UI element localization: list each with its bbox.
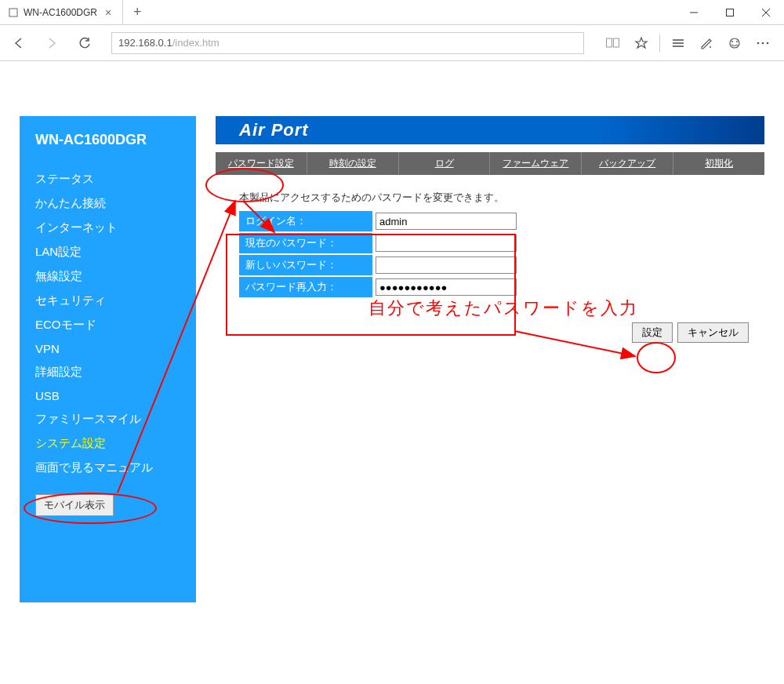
svg-rect-6 (614, 38, 619, 47)
tab-1[interactable]: 時刻の設定 (307, 152, 399, 175)
sidebar-item-6[interactable]: ECOモード (35, 313, 196, 337)
forward-button[interactable] (41, 32, 63, 54)
form-label-0: ログイン名： (239, 211, 372, 233)
form-description: 本製品にアクセスするためのパスワードを変更できます。 (239, 191, 764, 205)
form-label-2: 新しいパスワード： (239, 255, 372, 277)
tab-5[interactable]: 初期化 (673, 152, 764, 175)
banner: Air Port (216, 116, 764, 144)
sidebar-item-0[interactable]: ステータス (35, 167, 196, 191)
tab-bar: パスワード設定時刻の設定ログファームウェアバックアップ初期化 (216, 152, 764, 175)
form-label-1: 現在のパスワード： (239, 233, 372, 255)
sidebar-item-3[interactable]: LAN設定 (35, 240, 196, 264)
back-button[interactable] (8, 32, 30, 54)
refresh-button[interactable] (74, 32, 96, 54)
favorite-icon[interactable] (628, 31, 655, 55)
browser-titlebar: WN-AC1600DGR × + (0, 0, 784, 25)
sidebar: WN-AC1600DGR ステータスかんたん接続インターネットLAN設定無線設定… (20, 116, 196, 602)
form-row-3: パスワード再入力： (239, 277, 520, 299)
close-icon[interactable]: × (102, 6, 114, 19)
url-path: /index.htm (172, 37, 220, 49)
more-icon[interactable] (750, 31, 776, 55)
maximize-button[interactable] (712, 0, 748, 24)
mobile-view-button[interactable]: モバイル表示 (35, 494, 114, 516)
svg-rect-2 (727, 9, 734, 16)
sidebar-item-12[interactable]: 画面で見るマニュアル (35, 456, 196, 480)
form-row-0: ログイン名： (239, 211, 520, 233)
new-tab-button[interactable]: + (123, 0, 151, 24)
sidebar-item-1[interactable]: かんたん接続 (35, 191, 196, 216)
sidebar-item-11[interactable]: システム設定 (35, 431, 196, 456)
address-bar[interactable]: 192.168.0.1/index.htm (111, 32, 584, 54)
reading-view-icon[interactable] (600, 31, 626, 55)
submit-button[interactable]: 設定 (632, 322, 673, 343)
page-icon (8, 7, 19, 18)
form-input-2[interactable] (376, 256, 517, 274)
svg-point-14 (757, 42, 760, 44)
form-actions: 設定 キャンセル (216, 322, 764, 343)
form-row-2: 新しいパスワード： (239, 255, 520, 277)
password-form-table: ログイン名：現在のパスワード：新しいパスワード：パスワード再入力： (239, 211, 520, 299)
browser-tab[interactable]: WN-AC1600DGR × (0, 0, 123, 24)
svg-point-12 (731, 41, 733, 42)
close-window-button[interactable] (748, 0, 784, 24)
sidebar-item-5[interactable]: セキュリティ (35, 289, 196, 313)
svg-point-11 (730, 38, 739, 48)
minimize-button[interactable] (676, 0, 712, 24)
sidebar-title: WN-AC1600DGR (35, 132, 196, 148)
divider (659, 35, 660, 52)
form-input-3[interactable] (376, 278, 517, 296)
svg-point-10 (710, 46, 711, 48)
svg-rect-5 (607, 38, 612, 47)
sidebar-item-10[interactable]: ファミリースマイル (35, 407, 196, 431)
tab-2[interactable]: ログ (399, 152, 491, 175)
svg-point-15 (762, 42, 764, 44)
form-label-3: パスワード再入力： (239, 277, 372, 299)
notes-icon[interactable] (693, 31, 720, 55)
form-input-0[interactable] (376, 213, 517, 230)
banner-text: Air Port (239, 120, 309, 140)
share-icon[interactable] (721, 31, 748, 55)
svg-rect-0 (9, 9, 17, 16)
hub-icon[interactable] (665, 31, 691, 55)
browser-toolbar: 192.168.0.1/index.htm (0, 25, 784, 61)
tab-4[interactable]: バックアップ (582, 152, 673, 175)
main-content: Air Port パスワード設定時刻の設定ログファームウェアバックアップ初期化 … (216, 116, 784, 343)
tab-3[interactable]: ファームウェア (490, 152, 582, 175)
url-host: 192.168.0.1 (118, 37, 172, 49)
tab-title: WN-AC1600DGR (24, 7, 97, 18)
svg-point-16 (767, 42, 769, 44)
tab-0[interactable]: パスワード設定 (216, 152, 307, 175)
form-row-1: 現在のパスワード： (239, 233, 520, 255)
svg-point-13 (736, 41, 738, 42)
sidebar-item-8[interactable]: 詳細設定 (35, 360, 196, 384)
form-input-1[interactable] (376, 235, 517, 252)
sidebar-item-2[interactable]: インターネット (35, 216, 196, 240)
sidebar-item-7[interactable]: VPN (35, 337, 196, 360)
cancel-button[interactable]: キャンセル (677, 322, 749, 343)
sidebar-item-9[interactable]: USB (35, 384, 196, 407)
sidebar-item-4[interactable]: 無線設定 (35, 264, 196, 289)
